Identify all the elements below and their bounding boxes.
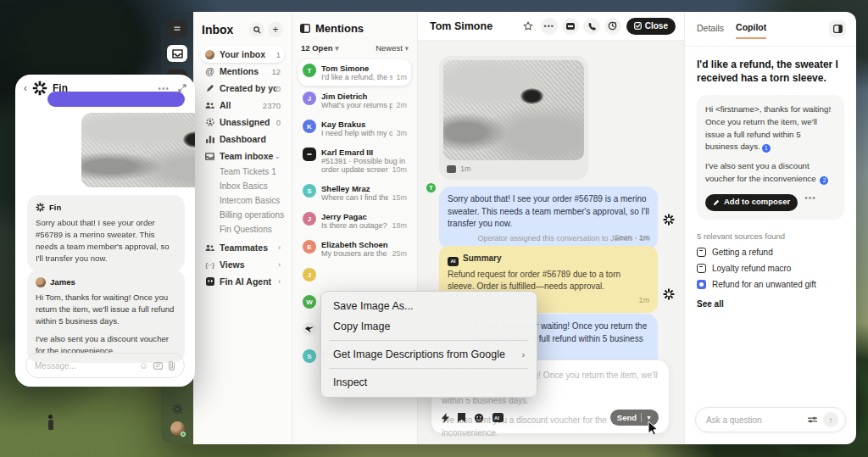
sidebar-item-views[interactable]: {··} Views › bbox=[200, 256, 285, 273]
sidebar-subitem-billing-operations[interactable]: Billing operations bbox=[200, 208, 285, 222]
submit-arrow-icon[interactable]: ↑ bbox=[823, 412, 838, 427]
mention-row[interactable]: J Jerry Pagac Is there an outage? I ca..… bbox=[298, 208, 411, 234]
open-filter[interactable]: 12 Open ▾ bbox=[301, 43, 339, 53]
citation-badge[interactable]: 1 bbox=[762, 144, 771, 153]
pencil-icon bbox=[713, 199, 720, 206]
unassigned-icon bbox=[204, 118, 215, 126]
fin-logo-icon bbox=[663, 214, 675, 226]
sidebar-subitem-intercom-basics[interactable]: Intercom Basics bbox=[200, 193, 285, 208]
filters-icon[interactable] bbox=[808, 415, 817, 424]
chevron-right-icon: › bbox=[278, 243, 281, 252]
source-item[interactable]: Refund for an unwanted gift bbox=[697, 280, 844, 289]
sidebar-item-fin-ai-agent[interactable]: Fin AI Agent › bbox=[200, 273, 285, 290]
sidebar-subitem-fin-questions[interactable]: Fin Questions bbox=[200, 222, 285, 237]
sidebar-title: Inbox bbox=[202, 23, 246, 36]
teammates-icon bbox=[204, 244, 215, 252]
ai-badge-icon: AI bbox=[448, 257, 459, 266]
new-conversation-icon[interactable]: + bbox=[268, 22, 283, 37]
at-icon: @ bbox=[204, 66, 215, 76]
menu-item-inspect[interactable]: Inspect bbox=[321, 372, 537, 393]
citation-badge[interactable]: 2 bbox=[820, 176, 828, 185]
add-to-composer-button[interactable]: Add to composer bbox=[705, 194, 798, 211]
sidebar-item-your-inbox[interactable]: Your inbox 1 bbox=[200, 46, 285, 63]
close-button[interactable]: Close bbox=[626, 18, 676, 35]
status-dot bbox=[181, 432, 186, 437]
phone-icon[interactable] bbox=[583, 18, 600, 35]
source-item[interactable]: Getting a refund bbox=[697, 248, 844, 257]
answer-more-icon[interactable]: ••• bbox=[804, 192, 816, 204]
sidebar-item-mentions[interactable]: @ Mentions 12 bbox=[200, 63, 285, 80]
lightning-icon[interactable] bbox=[442, 413, 449, 423]
tray-icon bbox=[204, 153, 215, 160]
bookmark-icon[interactable] bbox=[458, 413, 465, 422]
context-menu: Save Image As... Copy Image Get Image De… bbox=[320, 291, 537, 398]
ask-question-input[interactable]: Ask a question ↑ bbox=[695, 407, 846, 432]
pen-icon bbox=[204, 84, 215, 92]
sidebar-subitem-team-tickets[interactable]: Team Tickets 1 bbox=[200, 164, 285, 179]
chevron-right-icon: › bbox=[278, 260, 281, 269]
sidebar-item-team-inboxes[interactable]: Team inboxes ⌄ bbox=[200, 148, 285, 164]
james-avatar bbox=[36, 277, 46, 287]
panel-icon[interactable] bbox=[300, 24, 310, 33]
emoji-icon[interactable]: ☺ bbox=[139, 360, 148, 371]
collapse-panel-icon[interactable] bbox=[829, 20, 846, 37]
send-dropdown-icon[interactable]: ▼ bbox=[646, 415, 652, 421]
sock-image[interactable] bbox=[81, 113, 195, 187]
svg-text:z: z bbox=[615, 21, 616, 25]
avatar: S bbox=[303, 349, 316, 363]
source-item[interactable]: Loyalty refund macro bbox=[697, 264, 844, 273]
sidebar-item-teammates[interactable]: Teammates › bbox=[200, 239, 285, 256]
sort-selector[interactable]: Newest ▾ bbox=[376, 43, 409, 53]
more-options-icon[interactable]: ••• bbox=[541, 18, 558, 35]
gif-icon[interactable]: AI bbox=[492, 413, 504, 422]
mention-row[interactable]: K Kay Brakus I need help with my order3m bbox=[298, 115, 411, 142]
sidebar-item-all[interactable]: All 2370 bbox=[200, 97, 285, 114]
avatar: J bbox=[303, 268, 316, 281]
avatar: J bbox=[303, 212, 316, 226]
sidebar-item-unassigned[interactable]: Unassigned 0 bbox=[200, 114, 285, 131]
fin-messenger-widget: ‹ Fin ••• Fin Sorry about that! I see yo… bbox=[15, 75, 195, 387]
back-chevron-icon[interactable]: ‹ bbox=[24, 82, 27, 94]
fin-agent-icon bbox=[204, 277, 215, 286]
gif-icon[interactable] bbox=[153, 362, 163, 370]
mention-row[interactable]: Karl Emard III #51391 · Possible bug in … bbox=[298, 143, 411, 178]
menu-item-get-image-descriptions[interactable]: Get Image Descriptions from Google › bbox=[321, 344, 537, 365]
see-all-link[interactable]: See all bbox=[697, 299, 844, 309]
avatar: T bbox=[303, 64, 316, 77]
emoji-icon[interactable] bbox=[474, 413, 484, 423]
mouse-cursor bbox=[648, 421, 659, 436]
tab-details[interactable]: Details bbox=[697, 23, 724, 38]
bird-avatar-icon bbox=[303, 322, 316, 336]
star-icon[interactable] bbox=[520, 18, 537, 35]
settings-gear-icon[interactable] bbox=[172, 404, 183, 415]
message-input[interactable]: Message... ☺ bbox=[25, 353, 185, 378]
workspace-icon[interactable] bbox=[167, 20, 187, 37]
mention-row[interactable]: J bbox=[298, 264, 411, 289]
mention-row[interactable]: J Jim Dietrich What's your returns polic… bbox=[298, 87, 411, 114]
sidebar-item-created-by-you[interactable]: Created by you 0 bbox=[200, 80, 285, 97]
ask-placeholder: Ask a question bbox=[706, 415, 808, 425]
user-avatar[interactable] bbox=[170, 421, 185, 436]
menu-separator bbox=[330, 368, 528, 369]
article-icon bbox=[697, 248, 706, 257]
snippet-icon bbox=[697, 280, 706, 289]
menu-item-save-image-as[interactable]: Save Image As... bbox=[321, 296, 537, 316]
submenu-chevron-icon: › bbox=[522, 350, 525, 359]
menu-item-copy-image[interactable]: Copy Image bbox=[321, 316, 537, 337]
mention-row[interactable]: S Shelley Mraz Where can I find the late… bbox=[298, 180, 411, 206]
sidebar-item-dashboard[interactable]: Dashboard bbox=[200, 131, 285, 148]
tab-copilot[interactable]: Copilot bbox=[736, 22, 766, 39]
image-attachment[interactable]: 1m bbox=[439, 56, 588, 180]
mention-row[interactable]: E Elizabeth Schoen My trousers are the w… bbox=[298, 236, 411, 262]
mention-row[interactable]: T Tom Simone I'd like a refund, the swe.… bbox=[298, 59, 411, 86]
search-icon[interactable] bbox=[249, 22, 264, 37]
sources-count: 5 relevant sources found bbox=[697, 231, 844, 241]
avatar: W bbox=[303, 295, 316, 309]
inbox-nav-icon[interactable] bbox=[167, 45, 187, 62]
ticket-icon[interactable] bbox=[562, 18, 579, 35]
attachment-icon[interactable] bbox=[168, 361, 175, 371]
james-message-bubble: James Hi Tom, thanks for waiting! Once y… bbox=[27, 270, 185, 363]
sidebar-subitem-inbox-basics[interactable]: Inbox Basics bbox=[200, 179, 285, 193]
avatar: E bbox=[303, 240, 316, 254]
snooze-icon[interactable]: z bbox=[604, 18, 621, 35]
